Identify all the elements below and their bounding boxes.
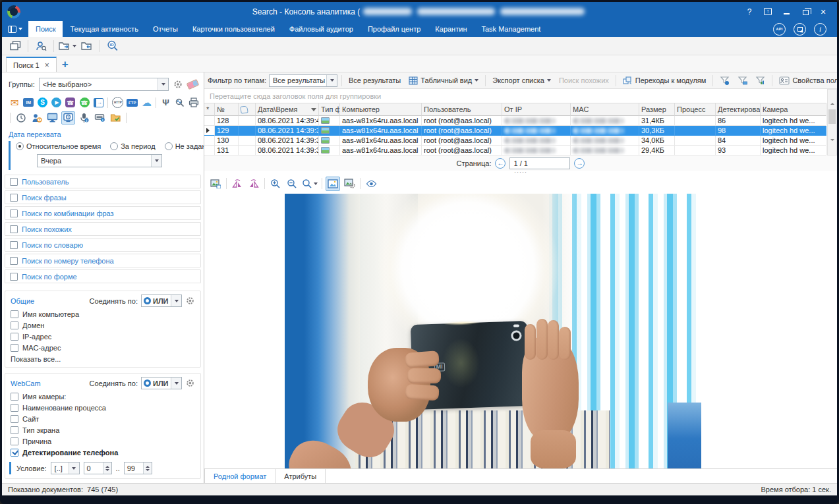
ribbon-tab-reports[interactable]: Отчеты [146,21,185,37]
checkbox[interactable] [11,393,18,401]
api-connections-icon[interactable]: API [773,23,786,36]
user-properties-button[interactable]: Свойства пользо... [776,74,837,88]
type-filter-combobox[interactable]: Все результаты [269,74,337,87]
filter-save-button[interactable] [753,74,768,88]
column-header-process[interactable]: Процесс [675,103,716,116]
ftp-channel-icon[interactable]: FTP [126,96,138,109]
export-data-icon[interactable] [794,23,806,36]
criterion-similar[interactable]: Поиск похожих [5,222,201,236]
ribbon-tab-profile-center[interactable]: Профайл центр [361,21,428,37]
checkbox[interactable] [10,178,18,186]
checkbox[interactable] [10,257,18,265]
files-channel-icon[interactable] [109,111,123,125]
checkbox[interactable] [11,415,18,423]
tab-search-1[interactable]: Поиск 1 × [6,57,57,72]
scroll-up-icon[interactable] [830,92,834,103]
webcam-screen-type[interactable]: Тип экрана [11,426,195,434]
fit-to-window-button[interactable] [326,177,340,191]
groups-dropdown-button[interactable] [158,78,168,90]
common-domain[interactable]: Домен [11,322,195,329]
webcam-channel-icon[interactable] [61,111,75,125]
checkbox[interactable] [11,426,18,434]
rotate-left-button[interactable] [230,177,245,191]
ribbon-tab-task-management[interactable]: Task Management [474,21,548,37]
mail-channel-icon[interactable]: ✉ [9,96,20,109]
type-filter-dropdown-button[interactable] [326,75,337,86]
keylogger-channel-icon[interactable]: i [93,111,107,125]
im-channel-icon[interactable]: IM [22,96,34,109]
gear-icon[interactable] [185,296,195,306]
filter-by-user-button[interactable] [717,74,732,88]
radio-not-set[interactable]: Не задано [165,142,204,150]
page-input[interactable]: 1 / 1 [509,157,570,169]
ribbon-tab-activity[interactable]: Текущая активность [63,21,145,37]
webcam-join-combobox[interactable]: ИЛИ [141,377,182,389]
export-search-button[interactable] [59,38,76,54]
close-button[interactable]: × [819,7,828,16]
column-header-datetime[interactable]: Дата\Время [256,103,319,116]
stepper-buttons[interactable] [143,462,152,474]
app-menu-button[interactable] [2,21,28,37]
user-activity-channel-icon[interactable] [30,111,43,125]
clock-channel-icon[interactable] [14,111,28,125]
skype-channel-icon[interactable]: S [36,96,48,109]
common-computer-name[interactable]: Имя компьютера [11,310,195,318]
criterion-phrase-combination[interactable]: Поиск по комбинации фраз [5,206,201,220]
webcam-site[interactable]: Сайт [11,415,195,423]
webcam-reason[interactable]: Причина [11,437,195,445]
restore-button[interactable] [800,7,809,16]
all-results-button[interactable]: Все результаты [346,74,403,88]
checkbox[interactable] [11,310,18,318]
groups-settings-button[interactable] [173,79,183,90]
filter-by-computer-button[interactable] [735,74,750,88]
gear-icon[interactable] [185,378,195,388]
column-header-size[interactable]: Размер [639,103,675,116]
relative-time-combobox[interactable]: Вчера [37,154,162,167]
radio-relative-time[interactable]: Относительное время [16,142,101,150]
ribbon-tab-file-auditor[interactable]: Файловый аудитор [282,21,361,37]
groups-combobox[interactable]: <Не выбрано> [39,78,169,91]
checkbox[interactable] [11,344,18,352]
webcam-camera-name[interactable]: Имя камеры: [11,393,195,401]
new-tab-button[interactable]: + [62,59,69,72]
checkbox[interactable] [10,273,18,281]
common-ip-address[interactable]: IP-адрес [11,333,195,341]
radio-period[interactable]: За период [110,142,155,150]
column-header-num[interactable]: № [215,103,239,116]
table-view-button[interactable]: Табличный вид [406,74,481,88]
usb-channel-icon[interactable]: Ψ [159,96,171,109]
tab-close-icon[interactable]: × [45,61,49,69]
search-similar-button[interactable]: Поиск похожих [556,74,612,88]
rotate-right-button[interactable] [246,177,261,191]
join-dropdown-button[interactable] [171,295,181,306]
zoom-out-button[interactable] [285,177,299,191]
common-join-combobox[interactable]: ИЛИ [141,294,182,307]
condition-operator-combobox[interactable]: [..] [51,462,80,474]
checkbox[interactable] [10,210,18,217]
ribbon-tab-quarantine[interactable]: Карантин [428,21,474,37]
webcam-phone-detection[interactable]: Детектирование телефона [11,449,195,457]
search-by-id-button[interactable]: ID [105,38,121,54]
column-header-filetype[interactable]: Тип фа [319,103,340,116]
zoom-level-button[interactable] [301,177,318,191]
go-to-modules-button[interactable]: Переходы к модулям [620,74,709,88]
column-header-mac[interactable]: MAC [571,103,639,116]
eraser-icon[interactable] [187,79,200,90]
column-header-from-ip[interactable]: От IP [502,103,571,116]
column-header-user[interactable]: Пользователь [422,103,502,116]
checkbox[interactable] [10,241,18,249]
checkbox[interactable] [10,225,18,233]
criterion-dictionary[interactable]: Поиск по словарю [5,238,201,252]
checkbox[interactable] [10,194,18,202]
checkbox[interactable] [11,404,18,412]
user-search-button[interactable] [33,38,49,54]
splitter-grip[interactable]: ····· [204,171,837,175]
stepper-buttons[interactable] [103,462,111,474]
table-scrollbar[interactable] [827,89,837,155]
column-header-computer[interactable]: Компьютер [340,103,422,116]
tab-native-format[interactable]: Родной формат [204,469,275,483]
column-header-camera[interactable]: Камера [761,103,826,116]
webcam-process-name[interactable]: Наименование процесса [11,404,195,412]
next-page-button[interactable]: → [574,158,585,169]
common-mac-address[interactable]: MAC-адрес [11,344,195,352]
